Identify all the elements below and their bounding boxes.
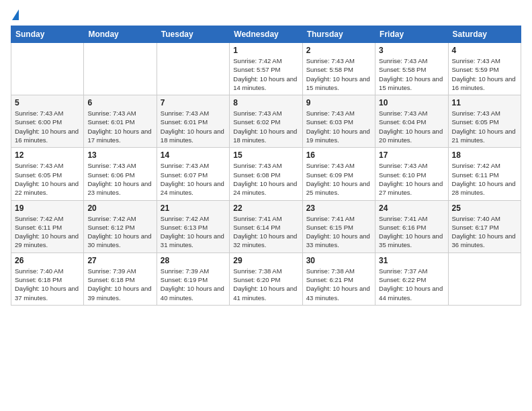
calendar-week-row: 1Sunrise: 7:42 AMSunset: 5:57 PMDaylight… (11, 43, 521, 95)
calendar-cell (11, 43, 84, 95)
day-number: 23 (306, 203, 371, 213)
day-number: 19 (15, 203, 80, 213)
day-info: Sunrise: 7:43 AMSunset: 5:59 PMDaylight:… (452, 56, 517, 92)
header (11, 8, 521, 20)
weekday-header-sunday: Sunday (11, 26, 84, 43)
day-number: 24 (379, 203, 444, 213)
calendar-cell: 7Sunrise: 7:43 AMSunset: 6:01 PMDaylight… (157, 95, 229, 148)
day-info: Sunrise: 7:39 AMSunset: 6:19 PMDaylight:… (161, 267, 226, 302)
calendar-cell: 5Sunrise: 7:43 AMSunset: 6:00 PMDaylight… (11, 95, 84, 148)
weekday-header-thursday: Thursday (302, 26, 375, 43)
weekday-header-wednesday: Wednesday (230, 26, 302, 43)
day-number: 27 (87, 256, 152, 265)
calendar-cell: 25Sunrise: 7:40 AMSunset: 6:17 PMDayligh… (448, 200, 521, 253)
day-info: Sunrise: 7:43 AMSunset: 6:10 PMDaylight:… (379, 161, 444, 197)
day-info: Sunrise: 7:38 AMSunset: 6:21 PMDaylight:… (306, 267, 371, 302)
day-number: 26 (15, 256, 80, 265)
calendar-cell: 13Sunrise: 7:43 AMSunset: 6:06 PMDayligh… (84, 148, 157, 200)
calendar-cell: 23Sunrise: 7:41 AMSunset: 6:15 PMDayligh… (302, 200, 375, 253)
day-number: 16 (306, 150, 371, 160)
day-info: Sunrise: 7:43 AMSunset: 6:02 PMDaylight:… (233, 109, 298, 144)
calendar-cell: 9Sunrise: 7:43 AMSunset: 6:03 PMDaylight… (302, 95, 375, 148)
day-number: 10 (379, 98, 444, 107)
day-number: 13 (87, 150, 152, 160)
calendar-cell: 21Sunrise: 7:42 AMSunset: 6:13 PMDayligh… (157, 200, 229, 253)
day-number: 8 (233, 98, 298, 107)
day-number: 6 (87, 98, 152, 107)
calendar-cell: 27Sunrise: 7:39 AMSunset: 6:18 PMDayligh… (84, 253, 157, 305)
calendar-cell: 2Sunrise: 7:43 AMSunset: 5:58 PMDaylight… (302, 43, 375, 95)
day-number: 20 (87, 203, 152, 213)
calendar-cell (448, 253, 521, 305)
day-number: 4 (452, 46, 517, 55)
day-number: 11 (452, 98, 517, 107)
calendar-cell: 20Sunrise: 7:42 AMSunset: 6:12 PMDayligh… (84, 200, 157, 253)
calendar-cell: 3Sunrise: 7:43 AMSunset: 5:58 PMDaylight… (375, 43, 448, 95)
day-info: Sunrise: 7:43 AMSunset: 6:05 PMDaylight:… (452, 109, 517, 144)
weekday-header-monday: Monday (84, 26, 157, 43)
day-info: Sunrise: 7:43 AMSunset: 6:01 PMDaylight:… (87, 109, 152, 144)
day-number: 31 (379, 256, 444, 265)
day-info: Sunrise: 7:43 AMSunset: 6:00 PMDaylight:… (15, 109, 80, 144)
calendar-cell: 31Sunrise: 7:37 AMSunset: 6:22 PMDayligh… (375, 253, 448, 305)
calendar-cell: 1Sunrise: 7:42 AMSunset: 5:57 PMDaylight… (230, 43, 302, 95)
weekday-header-tuesday: Tuesday (157, 26, 229, 43)
day-info: Sunrise: 7:40 AMSunset: 6:18 PMDaylight:… (15, 267, 80, 302)
day-info: Sunrise: 7:42 AMSunset: 6:12 PMDaylight:… (87, 214, 152, 250)
day-number: 2 (306, 46, 371, 55)
day-info: Sunrise: 7:42 AMSunset: 5:57 PMDaylight:… (233, 56, 298, 92)
day-number: 28 (161, 256, 226, 265)
day-info: Sunrise: 7:43 AMSunset: 6:09 PMDaylight:… (306, 161, 371, 197)
day-number: 5 (15, 98, 80, 107)
day-number: 30 (306, 256, 371, 265)
day-info: Sunrise: 7:40 AMSunset: 6:17 PMDaylight:… (452, 214, 517, 250)
day-number: 3 (379, 46, 444, 55)
day-info: Sunrise: 7:43 AMSunset: 6:08 PMDaylight:… (233, 161, 298, 197)
calendar-cell: 16Sunrise: 7:43 AMSunset: 6:09 PMDayligh… (302, 148, 375, 200)
weekday-header-friday: Friday (375, 26, 448, 43)
weekday-header-row: SundayMondayTuesdayWednesdayThursdayFrid… (11, 26, 521, 43)
day-number: 17 (379, 150, 444, 160)
calendar-cell: 24Sunrise: 7:41 AMSunset: 6:16 PMDayligh… (375, 200, 448, 253)
calendar-cell (84, 43, 157, 95)
day-info: Sunrise: 7:38 AMSunset: 6:20 PMDaylight:… (233, 267, 298, 302)
day-info: Sunrise: 7:37 AMSunset: 6:22 PMDaylight:… (379, 267, 444, 302)
day-number: 1 (233, 46, 298, 55)
calendar-cell: 30Sunrise: 7:38 AMSunset: 6:21 PMDayligh… (302, 253, 375, 305)
day-info: Sunrise: 7:43 AMSunset: 5:58 PMDaylight:… (379, 56, 444, 92)
day-info: Sunrise: 7:41 AMSunset: 6:15 PMDaylight:… (306, 214, 371, 250)
day-info: Sunrise: 7:43 AMSunset: 6:01 PMDaylight:… (161, 109, 226, 144)
day-info: Sunrise: 7:41 AMSunset: 6:14 PMDaylight:… (233, 214, 298, 250)
day-info: Sunrise: 7:39 AMSunset: 6:18 PMDaylight:… (87, 267, 152, 302)
calendar-cell: 14Sunrise: 7:43 AMSunset: 6:07 PMDayligh… (157, 148, 229, 200)
calendar-cell: 18Sunrise: 7:42 AMSunset: 6:11 PMDayligh… (448, 148, 521, 200)
calendar-week-row: 12Sunrise: 7:43 AMSunset: 6:05 PMDayligh… (11, 148, 521, 200)
calendar-cell: 6Sunrise: 7:43 AMSunset: 6:01 PMDaylight… (84, 95, 157, 148)
day-number: 18 (452, 150, 517, 160)
day-info: Sunrise: 7:42 AMSunset: 6:11 PMDaylight:… (452, 161, 517, 197)
calendar-cell: 4Sunrise: 7:43 AMSunset: 5:59 PMDaylight… (448, 43, 521, 95)
calendar-cell: 17Sunrise: 7:43 AMSunset: 6:10 PMDayligh… (375, 148, 448, 200)
calendar-week-row: 5Sunrise: 7:43 AMSunset: 6:00 PMDaylight… (11, 95, 521, 148)
calendar-cell: 12Sunrise: 7:43 AMSunset: 6:05 PMDayligh… (11, 148, 84, 200)
day-number: 14 (161, 150, 226, 160)
calendar-cell: 11Sunrise: 7:43 AMSunset: 6:05 PMDayligh… (448, 95, 521, 148)
weekday-header-saturday: Saturday (448, 26, 521, 43)
calendar-cell (157, 43, 229, 95)
day-number: 9 (306, 98, 371, 107)
calendar-cell: 19Sunrise: 7:42 AMSunset: 6:11 PMDayligh… (11, 200, 84, 253)
day-number: 21 (161, 203, 226, 213)
day-number: 29 (233, 256, 298, 265)
day-info: Sunrise: 7:42 AMSunset: 6:13 PMDaylight:… (161, 214, 226, 250)
calendar-cell: 15Sunrise: 7:43 AMSunset: 6:08 PMDayligh… (230, 148, 302, 200)
page: SundayMondayTuesdayWednesdayThursdayFrid… (0, 0, 532, 411)
logo-triangle-icon (12, 9, 19, 20)
day-info: Sunrise: 7:43 AMSunset: 6:05 PMDaylight:… (15, 161, 80, 197)
day-info: Sunrise: 7:42 AMSunset: 6:11 PMDaylight:… (15, 214, 80, 250)
day-number: 15 (233, 150, 298, 160)
day-info: Sunrise: 7:43 AMSunset: 6:07 PMDaylight:… (161, 161, 226, 197)
day-number: 12 (15, 150, 80, 160)
calendar-week-row: 19Sunrise: 7:42 AMSunset: 6:11 PMDayligh… (11, 200, 521, 253)
calendar-week-row: 26Sunrise: 7:40 AMSunset: 6:18 PMDayligh… (11, 253, 521, 305)
calendar-cell: 28Sunrise: 7:39 AMSunset: 6:19 PMDayligh… (157, 253, 229, 305)
